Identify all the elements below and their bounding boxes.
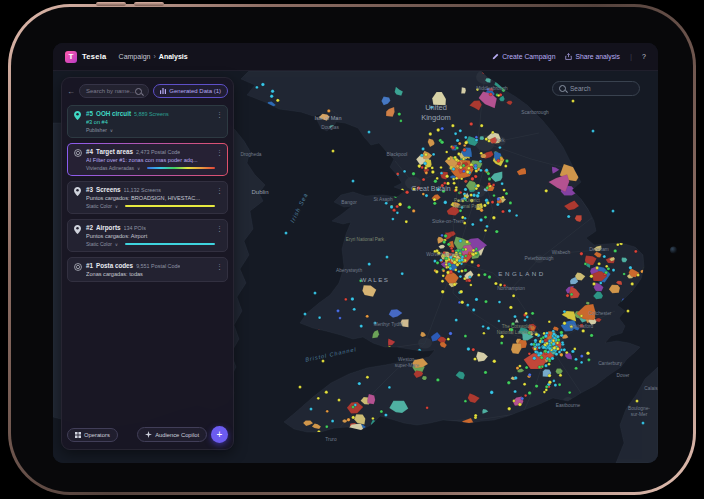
generated-data-button[interactable]: Generated Data (1) — [153, 84, 228, 98]
layer-id: #2 — [86, 224, 93, 231]
app-header: T Tesela Campaign › Analysis Create Camp… — [53, 43, 658, 71]
search-icon — [559, 85, 566, 92]
tablet-device: T Tesela Campaign › Analysis Create Camp… — [8, 4, 696, 495]
layer-color-bar — [147, 167, 215, 169]
breadcrumb-section[interactable]: Campaign — [119, 53, 151, 60]
map-search-input[interactable]: Search — [552, 81, 640, 96]
audience-copilot-label: Audience Copilot — [155, 432, 199, 438]
layer-name: OOH circuit — [96, 110, 131, 117]
layer-subtitle: AI Filter over #1: zonas con mas poder a… — [86, 157, 215, 163]
layer-search-input[interactable]: Search by name... — [79, 84, 149, 98]
map-pin-icon — [73, 110, 82, 133]
layer-id: #5 — [86, 110, 93, 117]
layer-card[interactable]: #3 Screens 11,132 Screens Puntos cargado… — [67, 181, 228, 214]
create-campaign-button[interactable]: Create Campaign — [492, 53, 555, 60]
layer-card[interactable]: #5 OOH circuit 5,889 Screens #3 on #4 Pu… — [67, 105, 228, 138]
layer-count: 5,889 Screens — [134, 111, 169, 117]
layer-control-label: Static Color — [86, 203, 112, 209]
layer-list: #5 OOH circuit 5,889 Screens #3 on #4 Pu… — [67, 105, 228, 282]
layer-card[interactable]: #2 Airports 134 POIs Puntos cargados: Ai… — [67, 219, 228, 252]
search-icon — [135, 88, 142, 95]
layer-name: Posta codes — [96, 262, 133, 269]
layer-count: 9,551 Postal Code — [136, 263, 180, 269]
tesela-logo-icon[interactable]: T — [65, 51, 77, 63]
kebab-menu-icon[interactable]: ⋮ — [216, 111, 223, 119]
layer-subtitle: Puntos cargados: BROADSIGN, HIVESTAC... — [86, 195, 215, 201]
sparkle-icon — [145, 431, 152, 438]
share-analysis-button[interactable]: Share analysis — [565, 53, 620, 60]
layers-panel: ← Search by name... Generated Data (1) #… — [61, 77, 234, 450]
map-search-placeholder: Search — [570, 85, 591, 92]
map-pin-icon — [73, 224, 82, 247]
layer-subtitle: #3 on #4 — [86, 119, 215, 125]
volume-button — [134, 2, 164, 6]
front-camera-icon — [670, 246, 677, 253]
header-divider: | — [630, 52, 632, 61]
map-pin-icon — [73, 186, 82, 209]
panel-toolbar: ← Search by name... Generated Data (1) — [67, 84, 228, 98]
pencil-icon — [492, 53, 499, 60]
layer-subtitle: Puntos cargados: Airport — [86, 233, 215, 239]
layer-control-label: Static Color — [86, 241, 112, 247]
help-icon[interactable]: ? — [642, 53, 646, 60]
layer-name: Screens — [96, 186, 121, 193]
layer-count: 134 POIs — [124, 225, 146, 231]
add-button[interactable]: + — [211, 426, 228, 443]
grid-icon — [75, 432, 81, 438]
layer-control-label: Publisher — [86, 127, 107, 133]
operators-label: Operators — [84, 432, 110, 438]
layer-id: #4 — [86, 148, 93, 155]
layer-card[interactable]: #1 Posta codes 9,551 Postal Code Zonas c… — [67, 257, 228, 282]
kebab-menu-icon[interactable]: ⋮ — [216, 187, 223, 195]
layer-name: Airports — [96, 224, 121, 231]
chevron-down-icon[interactable]: ∨ — [115, 242, 118, 247]
layer-control-label: Viviendas Adineradas — [86, 165, 134, 171]
collapse-panel-arrow-icon[interactable]: ← — [67, 87, 75, 96]
tablet-bezel: T Tesela Campaign › Analysis Create Camp… — [11, 7, 693, 492]
layer-name: Target areas — [96, 148, 133, 155]
create-campaign-label: Create Campaign — [502, 53, 555, 60]
kebab-menu-icon[interactable]: ⋮ — [216, 225, 223, 233]
generated-data-label: Generated Data (1) — [169, 88, 221, 94]
share-icon — [565, 53, 572, 60]
breadcrumb-page: Analysis — [159, 53, 188, 60]
volume-button — [96, 2, 126, 6]
layer-color-bar — [125, 243, 215, 245]
panel-footer: Operators Audience Copilot + — [67, 426, 228, 443]
layer-count: 2,473 Postal Code — [136, 149, 180, 155]
polygon-layer-icon — [73, 148, 82, 171]
kebab-menu-icon[interactable]: ⋮ — [216, 149, 223, 157]
layer-card[interactable]: #4 Target areas 2,473 Postal Code AI Fil… — [67, 143, 228, 176]
polygon-layer-icon — [73, 262, 82, 277]
chevron-down-icon[interactable]: ∨ — [137, 166, 140, 171]
generated-data-icon — [160, 88, 166, 94]
layer-id: #3 — [86, 186, 93, 193]
operators-button[interactable]: Operators — [67, 428, 118, 442]
audience-copilot-button[interactable]: Audience Copilot — [137, 427, 207, 442]
layer-search-placeholder: Search by name... — [86, 88, 135, 94]
share-analysis-label: Share analysis — [575, 53, 620, 60]
app-screen: T Tesela Campaign › Analysis Create Camp… — [53, 43, 658, 463]
brand-name: Tesela — [82, 52, 107, 61]
chevron-down-icon[interactable]: ∨ — [115, 204, 118, 209]
layer-id: #1 — [86, 262, 93, 269]
breadcrumb-separator: › — [154, 53, 156, 60]
layer-count: 11,132 Screens — [124, 187, 161, 193]
layer-color-bar — [125, 205, 215, 207]
chevron-down-icon[interactable]: ∨ — [110, 128, 113, 133]
layer-subtitle: Zonas cargadas: todas — [86, 271, 215, 277]
kebab-menu-icon[interactable]: ⋮ — [216, 263, 223, 271]
